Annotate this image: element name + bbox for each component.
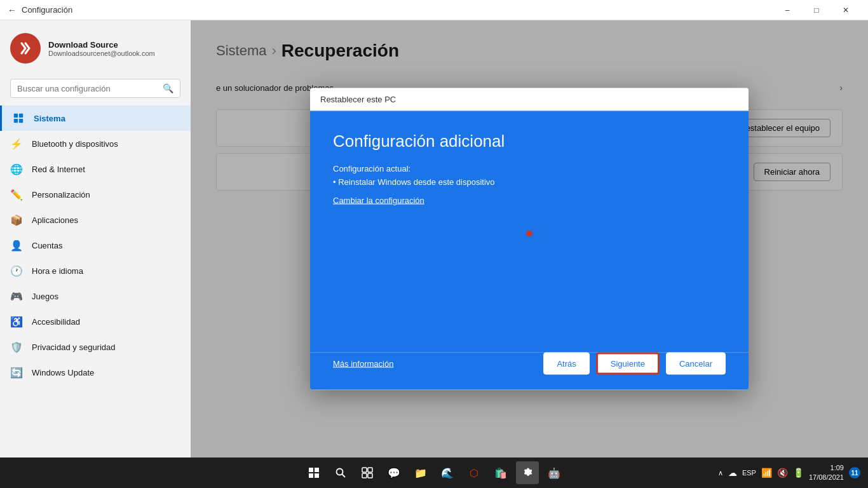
title-bar-controls: – □ ✕ bbox=[773, 0, 860, 20]
svg-rect-2 bbox=[14, 119, 18, 123]
sidebar-item-label-red: Red & Internet bbox=[32, 165, 85, 174]
sidebar-item-label-personalizacion: Personalización bbox=[32, 190, 90, 200]
svg-rect-7 bbox=[315, 473, 319, 478]
taskbar-center: 💬 📁 🌊 ⬡ 🛍️ 🤖 bbox=[302, 461, 566, 484]
content-area: Sistema › Recuperación e un solucionador… bbox=[191, 20, 868, 458]
back-button[interactable]: Atrás bbox=[543, 353, 589, 375]
profile-info: Download Source Downloadsourcenet@outloo… bbox=[48, 40, 155, 57]
sidebar-item-update[interactable]: 🔄 Windows Update bbox=[0, 360, 191, 385]
bluetooth-icon: ⚡ bbox=[10, 137, 23, 150]
close-button[interactable]: ✕ bbox=[831, 0, 860, 20]
dialog-title-bar-text: Restablecer este PC bbox=[320, 95, 396, 104]
battery-icon: 🔋 bbox=[793, 468, 804, 478]
sidebar-item-label-aplicaciones: Aplicaciones bbox=[32, 215, 78, 225]
volume-icon: 🔇 bbox=[777, 468, 788, 478]
sidebar-item-label-privacidad: Privacidad y seguridad bbox=[32, 342, 116, 352]
aplicaciones-icon: 📦 bbox=[10, 214, 23, 226]
title-bar-left: ← Configuración bbox=[8, 5, 72, 15]
settings-taskbar-button[interactable] bbox=[516, 461, 539, 484]
title-bar: ← Configuración – □ ✕ bbox=[0, 0, 868, 20]
wifi-icon: 📶 bbox=[761, 468, 772, 478]
svg-rect-4 bbox=[309, 468, 313, 472]
dialog-footer: Más información Atrás Siguiente Cancelar bbox=[310, 353, 749, 390]
juegos-icon: 🎮 bbox=[10, 290, 23, 302]
start-button[interactable] bbox=[302, 461, 325, 484]
svg-rect-12 bbox=[362, 473, 367, 478]
hora-icon: 🕐 bbox=[10, 264, 23, 277]
minimize-button[interactable]: – bbox=[773, 0, 802, 20]
taskbar-right: ∧ ☁ ESP 📶 🔇 🔋 1:09 17/08/2021 11 bbox=[718, 463, 860, 483]
loading-dot bbox=[526, 231, 532, 237]
red-icon: 🌐 bbox=[10, 163, 23, 175]
sidebar-item-label-accesibilidad: Accesibilidad bbox=[32, 317, 80, 327]
sidebar-search-container: 🔍 bbox=[10, 79, 180, 98]
dialog-body: Configuración adicional Configuración ac… bbox=[310, 111, 749, 353]
sidebar-item-label-hora: Hora e idioma bbox=[32, 266, 83, 276]
edge-browser-button[interactable]: 🌊 bbox=[436, 461, 459, 484]
sidebar: Download Source Downloadsourcenet@outloo… bbox=[0, 20, 191, 458]
sidebar-item-sistema[interactable]: Sistema bbox=[0, 105, 191, 131]
profile-email: Downloadsourcenet@outlook.com bbox=[48, 50, 155, 57]
dialog-config-label: Configuración actual: bbox=[333, 164, 726, 173]
sidebar-item-bluetooth[interactable]: ⚡ Bluetooth y dispositivos bbox=[0, 131, 191, 156]
dialog-footer-buttons: Atrás Siguiente Cancelar bbox=[543, 353, 726, 375]
svg-rect-3 bbox=[19, 119, 23, 123]
profile-name: Download Source bbox=[48, 40, 155, 50]
update-icon: 🔄 bbox=[10, 366, 23, 379]
sidebar-item-label-bluetooth: Bluetooth y dispositivos bbox=[32, 139, 118, 149]
sidebar-item-privacidad[interactable]: 🛡️ Privacidad y seguridad bbox=[0, 334, 191, 360]
personalizacion-icon: ✏️ bbox=[10, 188, 23, 201]
dialog-heading: Configuración adicional bbox=[333, 132, 726, 151]
sidebar-item-accesibilidad[interactable]: ♿ Accesibilidad bbox=[0, 309, 191, 334]
back-button[interactable]: ← bbox=[8, 5, 17, 15]
accesibilidad-icon: ♿ bbox=[10, 315, 23, 328]
dialog-config-item: • Reinstalar Windows desde este disposit… bbox=[333, 177, 726, 187]
sidebar-item-label-cuentas: Cuentas bbox=[32, 241, 62, 250]
sidebar-item-hora[interactable]: 🕐 Hora e idioma bbox=[0, 258, 191, 283]
dialog-titlebar: Restablecer este PC bbox=[310, 88, 749, 111]
sidebar-item-label-update: Windows Update bbox=[32, 368, 94, 377]
svg-rect-0 bbox=[14, 114, 18, 118]
taskbar: 💬 📁 🌊 ⬡ 🛍️ 🤖 ∧ ☁ ESP 📶 🔇 🔋 1:09 bbox=[0, 458, 868, 488]
search-input[interactable] bbox=[17, 84, 158, 93]
store-button[interactable]: 🛍️ bbox=[489, 461, 512, 484]
sidebar-item-aplicaciones[interactable]: 📦 Aplicaciones bbox=[0, 207, 191, 233]
search-icon: 🔍 bbox=[163, 83, 173, 93]
file-explorer-button[interactable]: 📁 bbox=[409, 461, 432, 484]
sidebar-item-cuentas[interactable]: 👤 Cuentas bbox=[0, 233, 191, 258]
more-info-link[interactable]: Más información bbox=[333, 359, 393, 369]
change-config-link[interactable]: Cambiar la configuración bbox=[333, 196, 726, 205]
svg-rect-6 bbox=[309, 473, 313, 478]
clock-time: 1:09 bbox=[831, 463, 844, 473]
avatar bbox=[10, 33, 41, 64]
taskbar-search-button[interactable] bbox=[329, 461, 352, 484]
privacidad-icon: 🛡️ bbox=[10, 341, 23, 353]
task-view-button[interactable] bbox=[356, 461, 379, 484]
clock-date: 17/08/2021 bbox=[809, 473, 844, 482]
clock[interactable]: 1:09 17/08/2021 bbox=[809, 463, 844, 483]
window-title: Configuración bbox=[22, 5, 72, 15]
next-button[interactable]: Siguiente bbox=[596, 353, 660, 375]
sidebar-item-label-sistema: Sistema bbox=[34, 114, 65, 123]
sidebar-item-red[interactable]: 🌐 Red & Internet bbox=[0, 156, 191, 182]
tray-expand[interactable]: ∧ bbox=[718, 469, 723, 477]
sidebar-item-label-juegos: Juegos bbox=[32, 292, 58, 301]
sidebar-item-juegos[interactable]: 🎮 Juegos bbox=[0, 283, 191, 309]
sistema-icon bbox=[12, 112, 25, 125]
sidebar-item-personalizacion[interactable]: ✏️ Personalización bbox=[0, 182, 191, 207]
svg-rect-10 bbox=[362, 468, 367, 472]
cuentas-icon: 👤 bbox=[10, 239, 23, 252]
cortana-button[interactable]: 🤖 bbox=[543, 461, 566, 484]
svg-rect-5 bbox=[315, 468, 319, 472]
sidebar-nav: Sistema ⚡ Bluetooth y dispositivos 🌐 Red… bbox=[0, 105, 191, 458]
sidebar-profile: Download Source Downloadsourcenet@outloo… bbox=[0, 20, 191, 76]
svg-rect-13 bbox=[368, 473, 372, 478]
app-window: Download Source Downloadsourcenet@outloo… bbox=[0, 20, 868, 458]
cancel-button[interactable]: Cancelar bbox=[666, 353, 726, 375]
svg-rect-1 bbox=[19, 114, 23, 118]
widgets-button[interactable]: 💬 bbox=[383, 461, 405, 484]
language-indicator: ESP bbox=[742, 469, 756, 477]
office-button[interactable]: ⬡ bbox=[463, 461, 485, 484]
maximize-button[interactable]: □ bbox=[802, 0, 831, 20]
notification-badge[interactable]: 11 bbox=[849, 467, 860, 478]
